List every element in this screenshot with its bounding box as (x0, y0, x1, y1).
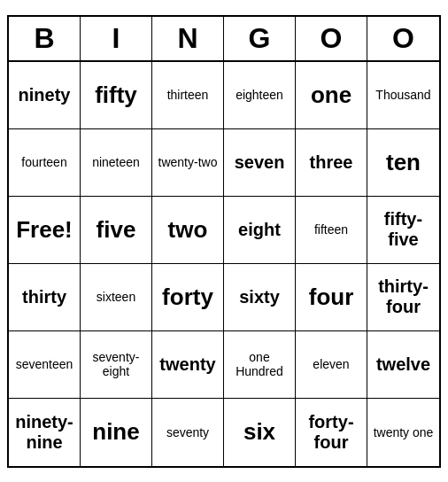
bingo-card: BINGOO ninetyfiftythirteeneighteenoneTho… (7, 15, 441, 468)
cell-r4-c1: seventy-eight (81, 331, 152, 399)
cell-r4-c4: eleven (296, 331, 367, 399)
header-col-g-3: G (224, 17, 296, 60)
header-col-o-5: O (367, 17, 439, 60)
cell-r5-c1: nine (81, 399, 152, 466)
cell-r0-c1: fifty (81, 62, 152, 129)
cell-r5-c2: seventy (152, 399, 224, 466)
cell-r0-c2: thirteen (152, 62, 224, 129)
cell-r1-c4: three (296, 129, 367, 197)
cell-r2-c3: eight (224, 197, 296, 264)
cell-r1-c0: fourteen (9, 129, 81, 197)
cell-r2-c4: fifteen (296, 197, 367, 264)
bingo-header: BINGOO (9, 17, 439, 62)
cell-r1-c3: seven (224, 129, 296, 197)
cell-r1-c2: twenty-two (152, 129, 224, 197)
cell-r3-c1: sixteen (81, 264, 152, 331)
cell-r5-c5: twenty one (367, 399, 439, 466)
header-col-n-2: N (152, 17, 224, 60)
cell-r2-c2: two (152, 197, 224, 264)
cell-r1-c5: ten (367, 129, 439, 197)
cell-r3-c2: forty (152, 264, 224, 331)
cell-r5-c4: forty-four (296, 399, 367, 466)
cell-r4-c0: seventeen (9, 331, 81, 399)
cell-r4-c3: one Hundred (224, 331, 296, 399)
cell-r2-c1: five (81, 197, 152, 264)
cell-r5-c0: ninety-nine (9, 399, 81, 466)
cell-r2-c0: Free! (9, 197, 81, 264)
cell-r0-c0: ninety (9, 62, 81, 129)
cell-r0-c3: eighteen (224, 62, 296, 129)
cell-r3-c0: thirty (9, 264, 81, 331)
cell-r0-c4: one (296, 62, 367, 129)
cell-r0-c5: Thousand (367, 62, 439, 129)
header-col-o-4: O (296, 17, 367, 60)
cell-r2-c5: fifty-five (367, 197, 439, 264)
header-col-b-0: B (9, 17, 81, 60)
cell-r5-c3: six (224, 399, 296, 466)
bingo-grid: ninetyfiftythirteeneighteenoneThousandfo… (9, 62, 439, 466)
cell-r3-c3: sixty (224, 264, 296, 331)
cell-r3-c5: thirty-four (367, 264, 439, 331)
header-col-i-1: I (81, 17, 152, 60)
cell-r4-c5: twelve (367, 331, 439, 399)
cell-r3-c4: four (296, 264, 367, 331)
cell-r4-c2: twenty (152, 331, 224, 399)
cell-r1-c1: nineteen (81, 129, 152, 197)
